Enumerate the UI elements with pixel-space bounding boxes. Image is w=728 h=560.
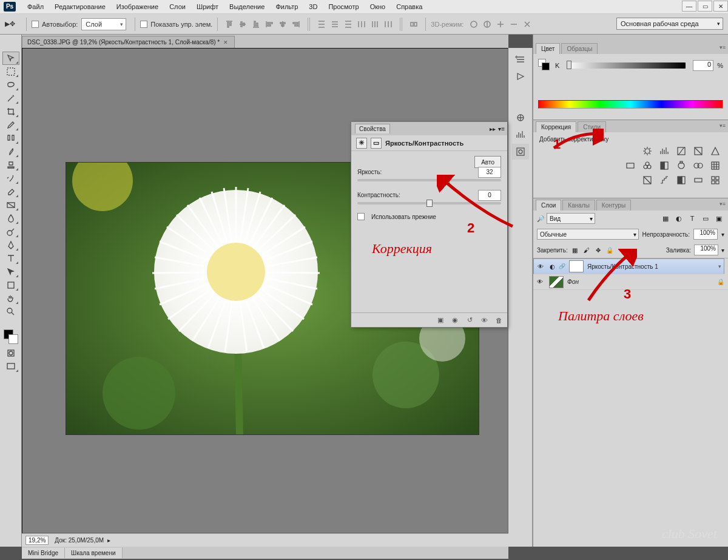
adj-curves-icon[interactable] bbox=[675, 145, 688, 157]
align-top-icon[interactable] bbox=[223, 18, 235, 30]
filter-type-icon[interactable]: T bbox=[687, 213, 698, 224]
panel-menu-icon[interactable]: ▾≡ bbox=[720, 44, 726, 50]
adj-photo-filter-icon[interactable] bbox=[675, 160, 688, 172]
menu-image[interactable]: Изображение bbox=[116, 3, 158, 10]
blur-tool[interactable] bbox=[2, 212, 19, 225]
autoselect-target[interactable]: Слой bbox=[81, 18, 126, 30]
collapse-icon[interactable]: ▸▸ bbox=[490, 126, 496, 132]
window-minimize[interactable]: — bbox=[682, 1, 696, 12]
gradient-tool[interactable] bbox=[2, 198, 19, 212]
menu-layers[interactable]: Слои bbox=[169, 3, 186, 10]
contrast-slider[interactable] bbox=[357, 202, 501, 204]
autoselect-checkbox[interactable] bbox=[32, 21, 39, 28]
adj-levels-icon[interactable] bbox=[658, 145, 671, 157]
panel-menu-icon[interactable]: ▾≡ bbox=[720, 123, 726, 129]
shape-tool[interactable] bbox=[2, 278, 19, 292]
window-maximize[interactable]: ▭ bbox=[698, 1, 712, 12]
layer-row-adjustment[interactable]: 👁 ◐ 🔗 Яркость/Контрастность 1 bbox=[533, 258, 724, 274]
tab-styles[interactable]: Стили bbox=[578, 121, 606, 132]
eyedropper-tool[interactable] bbox=[2, 118, 19, 132]
histogram-panel-icon[interactable] bbox=[512, 127, 529, 143]
fill-input[interactable]: 100% bbox=[694, 245, 718, 255]
blend-mode[interactable]: Обычные bbox=[537, 229, 639, 240]
menu-select[interactable]: Выделение bbox=[229, 3, 265, 10]
menu-3d[interactable]: 3D bbox=[309, 3, 317, 10]
path-tool[interactable] bbox=[2, 265, 19, 278]
menu-filter[interactable]: Фильтр bbox=[275, 3, 298, 10]
wand-tool[interactable] bbox=[2, 92, 19, 105]
align-left-icon[interactable] bbox=[263, 18, 275, 30]
adj-invert-icon[interactable] bbox=[641, 174, 654, 186]
dist-vcenter-icon[interactable] bbox=[329, 18, 341, 30]
mask-icon[interactable]: ▭ bbox=[371, 138, 382, 149]
visibility-icon[interactable]: 👁 bbox=[479, 315, 489, 325]
color-swatches[interactable] bbox=[0, 329, 21, 346]
adj-bw-icon[interactable] bbox=[658, 160, 671, 172]
show-controls-checkbox[interactable] bbox=[140, 21, 147, 28]
autoalign-icon[interactable] bbox=[408, 18, 420, 30]
k-slider[interactable] bbox=[567, 62, 686, 69]
menu-help[interactable]: Справка bbox=[396, 3, 422, 10]
adj-lut-icon[interactable] bbox=[709, 160, 722, 172]
adj-gradmap-icon[interactable] bbox=[692, 174, 705, 186]
menu-file[interactable]: Файл bbox=[27, 3, 44, 10]
hand-tool[interactable] bbox=[2, 292, 19, 305]
align-hcenter-icon[interactable] bbox=[277, 18, 289, 30]
zoom-value[interactable]: 19,2% bbox=[25, 536, 49, 545]
align-right-icon[interactable] bbox=[290, 18, 302, 30]
panel-menu-icon[interactable]: ▾≡ bbox=[498, 126, 505, 132]
dist-hcenter-icon[interactable] bbox=[369, 18, 381, 30]
adj-hue-icon[interactable] bbox=[624, 160, 637, 172]
type-tool[interactable] bbox=[2, 252, 19, 265]
contrast-input[interactable]: 0 bbox=[478, 190, 501, 201]
adj-selcolor-icon[interactable] bbox=[709, 174, 722, 186]
properties-panel[interactable]: Свойства ▸▸▾≡ ☀ ▭ Яркость/Контрастность … bbox=[351, 121, 508, 328]
tab-channels[interactable]: Каналы bbox=[562, 200, 595, 211]
adj-exposure-icon[interactable] bbox=[692, 145, 705, 157]
adj-colbal-icon[interactable] bbox=[641, 160, 654, 172]
visibility-eye-icon[interactable]: 👁 bbox=[537, 278, 545, 285]
dist-top-icon[interactable] bbox=[315, 18, 328, 30]
brightness-slider[interactable] bbox=[357, 179, 501, 181]
quickmask-icon[interactable] bbox=[2, 346, 19, 360]
pen-tool[interactable] bbox=[2, 238, 19, 252]
menu-type[interactable]: Шрифт bbox=[197, 3, 218, 10]
prev-state-icon[interactable]: ◉ bbox=[450, 315, 460, 325]
zoom-tool[interactable] bbox=[2, 305, 19, 319]
opacity-input[interactable]: 100% bbox=[693, 229, 718, 240]
tab-adjustments[interactable]: Коррекция bbox=[536, 121, 576, 132]
3d-roll-icon[interactable] bbox=[481, 18, 493, 30]
k-value-input[interactable]: 0 bbox=[693, 60, 713, 71]
visibility-eye-icon[interactable]: 👁 bbox=[538, 263, 546, 270]
color-fg-bg[interactable] bbox=[538, 59, 551, 72]
document-tab[interactable]: DSC_0338.JPG @ 19,2% (Яркость/Контрастно… bbox=[22, 36, 235, 48]
window-close[interactable]: ✕ bbox=[713, 1, 728, 12]
dodge-tool[interactable] bbox=[2, 225, 19, 238]
link-icon[interactable]: 🔗 bbox=[559, 263, 565, 269]
adj-vibrance-icon[interactable] bbox=[709, 145, 722, 157]
adj-poster-icon[interactable] bbox=[658, 174, 671, 186]
legacy-checkbox[interactable] bbox=[357, 213, 365, 220]
tab-swatches[interactable]: Образцы bbox=[561, 43, 598, 54]
heal-tool[interactable] bbox=[2, 132, 19, 145]
tab-properties[interactable]: Свойства bbox=[355, 124, 390, 133]
adj-chan-mixer-icon[interactable] bbox=[692, 160, 705, 172]
filter-kind[interactable]: Вид bbox=[547, 213, 595, 224]
hue-strip[interactable] bbox=[538, 100, 723, 109]
tab-mini-bridge[interactable]: Mini Bridge bbox=[22, 548, 65, 558]
panel-menu-icon[interactable]: ▾≡ bbox=[720, 201, 726, 207]
dist-bottom-icon[interactable] bbox=[342, 18, 354, 30]
filter-adj-icon[interactable]: ◐ bbox=[673, 213, 684, 224]
brush-tool[interactable] bbox=[2, 145, 19, 158]
menu-window[interactable]: Окно bbox=[370, 3, 386, 10]
tab-timeline[interactable]: Шкала времени bbox=[65, 548, 122, 558]
delete-icon[interactable]: 🗑 bbox=[494, 315, 504, 325]
filter-shape-icon[interactable]: ▭ bbox=[700, 213, 711, 224]
lock-all-icon[interactable]: 🔒 bbox=[605, 246, 614, 254]
layer-name[interactable]: Яркость/Контрастность 1 bbox=[587, 263, 658, 270]
move-tool[interactable] bbox=[2, 52, 19, 65]
stamp-tool[interactable] bbox=[2, 158, 19, 172]
dist-left-icon[interactable] bbox=[356, 18, 368, 30]
filter-smart-icon[interactable]: ▣ bbox=[713, 213, 724, 224]
adj-thresh-icon[interactable] bbox=[675, 174, 688, 186]
